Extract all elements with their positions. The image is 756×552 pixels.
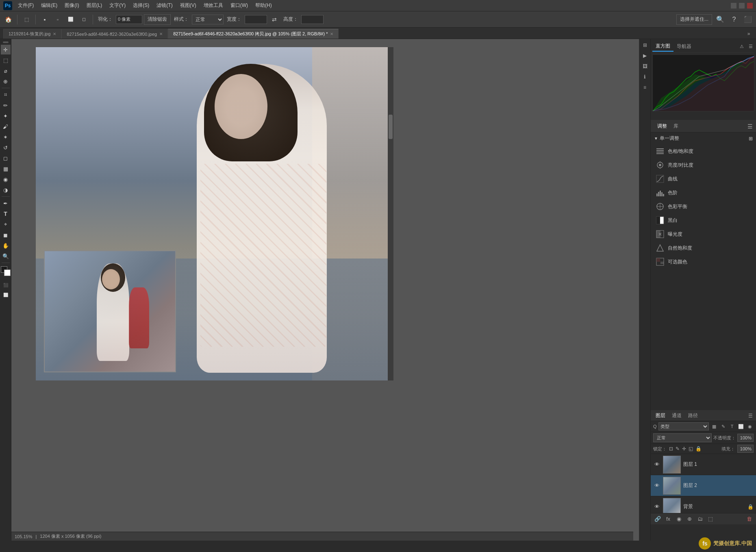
color-picker[interactable] [1, 266, 11, 276]
history-tool[interactable]: ↺ [1, 143, 11, 152]
tab-2-close[interactable]: ✕ [159, 32, 163, 36]
eyedropper-tool[interactable]: ✏ [1, 100, 11, 110]
adj-levels[interactable]: 色阶 [651, 186, 756, 200]
lock-artboard-btn[interactable]: ◱ [689, 446, 693, 452]
histogram-tab[interactable]: 直方图 [652, 41, 673, 52]
menu-plugins[interactable]: 增效工具 [200, 1, 226, 10]
canvas-vscroll-thumb[interactable] [389, 115, 393, 139]
heal-tool[interactable]: ✦ [1, 111, 11, 121]
lock-move-btn[interactable]: ✛ [682, 446, 686, 452]
adjustments-menu[interactable]: ☰ [747, 123, 753, 130]
blend-mode-select[interactable]: 正常溶解变暗正片叠底颜色加深线性加深 [653, 433, 712, 442]
feather-input[interactable] [116, 15, 142, 24]
layer2-visibility[interactable]: 👁 [653, 482, 660, 489]
screen-mode-btn[interactable]: ⬜ [1, 290, 11, 300]
width-input[interactable] [245, 15, 267, 24]
navigator-tab[interactable]: 导航器 [673, 42, 695, 51]
select-subject-btn[interactable]: 选择并遮住... [676, 14, 712, 25]
background-color[interactable] [4, 269, 11, 276]
stamp-tool[interactable]: ✶ [1, 132, 11, 142]
clear-btn[interactable]: 清除锯齿 [144, 14, 171, 25]
adj-color-balance[interactable]: 色彩平衡 [651, 200, 756, 213]
vector-btn[interactable]: ◻ [78, 14, 89, 25]
layers-tab-more[interactable]: ☰ [748, 413, 753, 419]
new-group-btn[interactable]: 🗂 [695, 515, 704, 524]
eraser-tool[interactable]: ◻ [1, 153, 11, 163]
layers-tab[interactable]: 图层 [654, 411, 667, 420]
style-select[interactable]: 正常固定比例固定大小 [192, 15, 224, 24]
add-style-btn[interactable]: fx [664, 515, 673, 524]
tab-3[interactable]: 82715ee9-ad6f-4846-ff22-3620a3e63f00 拷贝.… [168, 29, 339, 39]
transform-tool[interactable]: ⊕ [1, 76, 11, 86]
adj-hue-saturation[interactable]: 色相/饱和度 [651, 144, 756, 158]
text-tool[interactable]: T [1, 209, 11, 219]
new-layer-btn[interactable]: ⬚ [706, 515, 715, 524]
layer1-visibility[interactable]: 👁 [653, 461, 660, 468]
opacity-input[interactable] [737, 434, 754, 442]
delete-layer-btn[interactable]: 🗑 [745, 515, 754, 524]
adj-curves[interactable]: 曲线 [651, 172, 756, 186]
zoom-tool[interactable]: 🔍 [1, 251, 11, 261]
adj-selective-color[interactable]: 可选颜色 [651, 255, 756, 269]
marquee-tool-btn[interactable]: ⬚ [21, 14, 32, 25]
link-layers-btn[interactable]: 🔗 [653, 515, 662, 524]
layer-filter-icon-shape[interactable]: ⬜ [737, 423, 745, 430]
pen-tool[interactable]: ✒ [1, 198, 11, 208]
layer-item-layer2[interactable]: 👁 图层 2 [651, 475, 756, 496]
menu-text[interactable]: 文字(Y) [106, 1, 129, 10]
brush-tool[interactable]: 🖌 [1, 122, 11, 131]
move-tool[interactable]: ✛ [1, 45, 11, 54]
new-fill-adj-btn[interactable]: ⊕ [685, 515, 694, 524]
panel-icon-image[interactable]: 🖼 [641, 62, 650, 71]
layer-filter-icon-smart[interactable]: ◉ [746, 423, 754, 430]
panel-icon-info[interactable]: ℹ [641, 72, 650, 81]
tab-3-close[interactable]: ✕ [330, 32, 333, 36]
dodge-tool[interactable]: ◑ [1, 185, 11, 195]
window-minimize[interactable] [731, 3, 736, 9]
menu-help[interactable]: 帮助(H) [252, 1, 275, 10]
crop-tool[interactable]: ⌗ [1, 90, 11, 100]
layer-filter-icon-text[interactable]: T [728, 423, 736, 430]
rect-outline-btn[interactable]: ▫ [52, 14, 63, 25]
tabs-more[interactable]: » [745, 29, 753, 39]
lock-position-btn[interactable]: ✎ [676, 446, 680, 452]
library-tab[interactable]: 库 [670, 122, 682, 130]
quick-mask-btn[interactable]: ⬛ [1, 280, 11, 290]
select-tool[interactable]: ⬚ [1, 55, 11, 65]
type-filter-select[interactable]: 类型 [658, 422, 709, 430]
channels-tab[interactable]: 通道 [670, 411, 683, 420]
lock-pixel-btn[interactable]: ⊡ [669, 446, 673, 452]
adj-vibrance[interactable]: 自然饱和度 [651, 241, 756, 255]
panel-icon-layers[interactable]: ≡ [641, 83, 650, 92]
help-btn[interactable]: ? [728, 14, 740, 25]
menu-filter[interactable]: 滤镜(T) [153, 1, 176, 10]
fill-input[interactable] [737, 445, 754, 453]
menu-image[interactable]: 图像(I) [61, 1, 82, 10]
adjustments-tab[interactable]: 调整 [654, 122, 670, 130]
adj-brightness-contrast[interactable]: 亮度/对比度 [651, 158, 756, 172]
adjustments-section-title[interactable]: ▼ 单一调整 ⊞ [651, 133, 756, 144]
swap-icon[interactable]: ⇄ [269, 14, 280, 25]
paths-tab[interactable]: 路径 [686, 411, 700, 420]
layer-filter-icon-adj[interactable]: ✎ [719, 423, 727, 430]
menu-edit[interactable]: 编辑(E) [38, 1, 61, 10]
layer-item-layer1[interactable]: 👁 图层 1 [651, 454, 756, 475]
tab-1-close[interactable]: ✕ [53, 32, 56, 36]
tab-2[interactable]: 82715ee9-ad6f-4846-ff22-3620a3e63f00.jpe… [61, 29, 168, 39]
canvas-vscroll[interactable] [388, 47, 393, 380]
height-input[interactable] [301, 15, 324, 24]
window-restore[interactable] [739, 3, 745, 9]
rect-btn[interactable]: ▪ [39, 14, 50, 25]
hand-tool[interactable]: ✋ [1, 241, 11, 250]
menu-file[interactable]: 文件(F) [15, 1, 37, 10]
histogram-menu[interactable]: ☰ [747, 43, 754, 50]
menu-layer[interactable]: 图层(L) [83, 1, 106, 10]
layer-filter-icon-pixel[interactable]: ▦ [710, 423, 718, 430]
rect-rounded-btn[interactable]: ⬜ [65, 14, 76, 25]
menu-view[interactable]: 视图(V) [177, 1, 200, 10]
layer-item-background[interactable]: 👁 背景 🔒 [651, 496, 756, 513]
window-close[interactable] [747, 3, 753, 9]
histogram-warning[interactable]: ⚠ [738, 43, 745, 50]
home-btn[interactable]: 🏠 [2, 14, 14, 25]
panel-icon-play[interactable]: ▶ [641, 51, 650, 60]
